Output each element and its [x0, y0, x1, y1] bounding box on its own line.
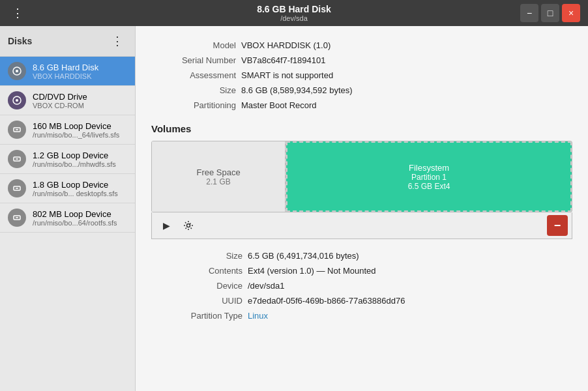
partition-name: Partition 1 [411, 173, 447, 182]
partitioning-value: Master Boot Record [241, 99, 572, 111]
titlebar-title: 8.6 GB Hard Disk [257, 4, 331, 14]
titlebar-left: ⋮ [8, 3, 27, 23]
volumes-title: Volumes [151, 123, 572, 134]
loop160-icon [8, 121, 26, 139]
sidebar-header: Disks ⋮ [0, 26, 135, 57]
size-value: 8.6 GB (8,589,934,592 bytes) [241, 84, 572, 96]
cdrom-title: CD/DVD Drive [33, 92, 87, 102]
pd-uuid-label: UUID [151, 295, 243, 307]
pd-device-value: /dev/sda1 [248, 280, 572, 292]
partition-toolbar: ▶ − [151, 212, 572, 239]
loop18-subtitle: /run/miso/b... desktopfs.sfs [33, 190, 118, 197]
loop802-title: 802 MB Loop Device [33, 209, 117, 219]
loop802-icon [8, 209, 26, 227]
loop18-title: 1.8 GB Loop Device [33, 180, 118, 190]
assessment-label: Assessment [151, 69, 236, 81]
sidebar-menu-button[interactable]: ⋮ [108, 31, 127, 51]
sidebar: Disks ⋮ 8.6 GB Hard Disk VBOX HARDDISK C… [0, 26, 136, 391]
delete-icon: − [554, 219, 561, 233]
pd-contents-value: Ext4 (version 1.0) — Not Mounted [248, 265, 572, 277]
cdrom-subtitle: VBOX CD-ROM [33, 102, 87, 109]
settings-button[interactable] [178, 215, 199, 236]
svg-point-3 [16, 99, 18, 102]
sidebar-title: Disks [8, 36, 32, 46]
pd-uuid-value: e7deda0f-05f6-469b-b866-77a63886dd76 [248, 295, 572, 307]
titlebar: ⋮ 8.6 GB Hard Disk /dev/sda − □ × [0, 0, 588, 26]
sidebar-item-loop160[interactable]: 160 MB Loop Device /run/miso/bo..._64/li… [0, 115, 135, 145]
partition-fs-label: Filesystem [409, 163, 449, 173]
loop12-title: 1.2 GB Loop Device [33, 151, 116, 160]
svg-point-12 [187, 224, 190, 227]
cd-icon [8, 91, 26, 109]
titlebar-center: 8.6 GB Hard Disk /dev/sda [257, 4, 331, 22]
loop12-item-text: 1.2 GB Loop Device /run/miso/bo.../mhwdf… [33, 151, 116, 168]
loop160-title: 160 MB Loop Device [33, 121, 119, 131]
serial-value: VB7a8c64f7-f1894101 [241, 54, 572, 66]
hdd-subtitle: VBOX HARDDISK [33, 72, 98, 80]
cdrom-item-text: CD/DVD Drive VBOX CD-ROM [33, 92, 87, 109]
pd-device-label: Device [151, 280, 243, 292]
pd-contents-label: Contents [151, 265, 243, 277]
hdd-title: 8.6 GB Hard Disk [33, 63, 98, 72]
loop160-item-text: 160 MB Loop Device /run/miso/bo..._64/li… [33, 121, 119, 139]
pd-partition-type-value: Linux [248, 310, 572, 322]
loop18-item-text: 1.8 GB Loop Device /run/miso/b... deskto… [33, 180, 118, 197]
minimize-button[interactable]: − [520, 4, 538, 22]
loop12-icon [8, 150, 26, 168]
play-button[interactable]: ▶ [156, 215, 177, 236]
delete-button[interactable]: − [547, 215, 568, 236]
svg-point-1 [16, 70, 18, 72]
pd-size-label: Size [151, 250, 243, 262]
content-area: Model VBOX HARDDISK (1.0) Serial Number … [136, 26, 588, 391]
titlebar-controls: − □ × [520, 4, 580, 22]
pd-partition-type-label: Partition Type [151, 310, 243, 322]
size-label: Size [151, 84, 236, 96]
play-icon: ▶ [163, 220, 170, 231]
hdd-item-text: 8.6 GB Hard Disk VBOX HARDDISK [33, 63, 98, 80]
sidebar-item-loop12[interactable]: 1.2 GB Loop Device /run/miso/bo.../mhwdf… [0, 145, 135, 174]
hdd-icon [8, 62, 26, 80]
free-space-size: 2.1 GB [206, 177, 230, 186]
titlebar-menu-button[interactable]: ⋮ [8, 3, 27, 23]
serial-label: Serial Number [151, 54, 236, 66]
partition-size: 6.5 GB Ext4 [408, 182, 450, 191]
loop802-subtitle: /run/miso/bo...64/rootfs.sfs [33, 219, 117, 227]
sidebar-item-cdrom[interactable]: CD/DVD Drive VBOX CD-ROM [0, 86, 135, 115]
sidebar-item-loop18[interactable]: 1.8 GB Loop Device /run/miso/b... deskto… [0, 174, 135, 203]
model-label: Model [151, 39, 236, 51]
sidebar-item-loop802[interactable]: 802 MB Loop Device /run/miso/bo...64/roo… [0, 203, 135, 233]
partition-used[interactable]: Filesystem Partition 1 6.5 GB Ext4 [286, 141, 572, 212]
titlebar-subtitle: /dev/sda [280, 14, 308, 22]
loop12-subtitle: /run/miso/bo.../mhwdfs.sfs [33, 160, 116, 168]
free-space-label: Free Space [196, 167, 240, 177]
main-layout: Disks ⋮ 8.6 GB Hard Disk VBOX HARDDISK C… [0, 26, 588, 391]
settings-icon [183, 220, 194, 231]
loop802-item-text: 802 MB Loop Device /run/miso/bo...64/roo… [33, 209, 117, 227]
partition-details: Size 6.5 GB (6,491,734,016 bytes) Conten… [151, 250, 572, 322]
close-button[interactable]: × [562, 4, 580, 22]
partitioning-label: Partitioning [151, 99, 236, 111]
loop18-icon [8, 179, 26, 197]
partition-bar: Free Space 2.1 GB Filesystem Partition 1… [151, 141, 572, 212]
maximize-button[interactable]: □ [541, 4, 559, 22]
sidebar-item-hdd[interactable]: 8.6 GB Hard Disk VBOX HARDDISK [0, 57, 135, 86]
partition-free[interactable]: Free Space 2.1 GB [152, 141, 286, 212]
loop160-subtitle: /run/miso/bo..._64/livefs.sfs [33, 131, 119, 139]
disk-details: Model VBOX HARDDISK (1.0) Serial Number … [151, 39, 572, 111]
model-value: VBOX HARDDISK (1.0) [241, 39, 572, 51]
assessment-value: SMART is not supported [241, 69, 572, 81]
pd-size-value: 6.5 GB (6,491,734,016 bytes) [248, 250, 572, 262]
